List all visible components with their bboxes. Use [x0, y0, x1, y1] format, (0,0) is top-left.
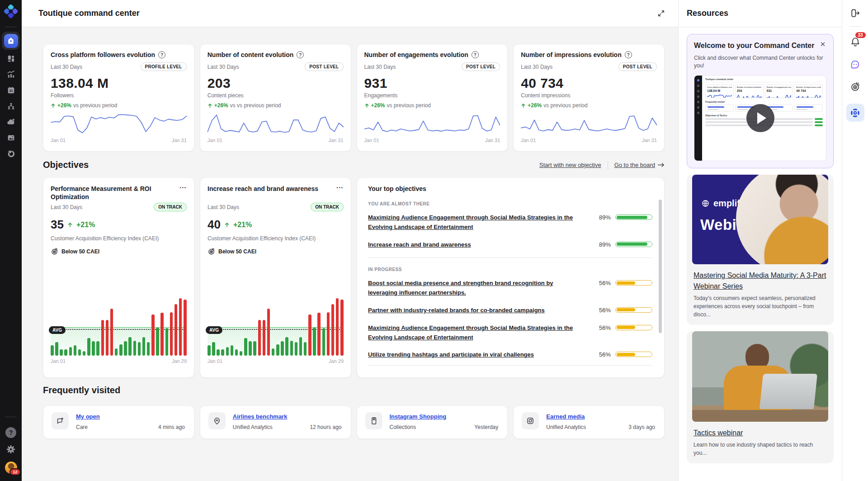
sparkline-chart: [51, 112, 187, 136]
help-circle-icon[interactable]: [472, 51, 479, 58]
play-icon[interactable]: [746, 104, 774, 132]
webinar-photo: [692, 331, 828, 422]
objective-link[interactable]: Maximizing Audience Engagement through S…: [368, 324, 594, 343]
sidebar-bottom: ? 12: [5, 414, 17, 474]
bar: [299, 337, 302, 356]
bar: [221, 349, 224, 356]
community-icon: [7, 102, 15, 110]
objective-target: Below 50 CAEI: [218, 248, 256, 255]
objective-link[interactable]: Boost social media presence and strength…: [368, 279, 594, 298]
scrollbar-thumb[interactable]: [659, 200, 662, 333]
webinar-link[interactable]: Mastering Social Media Maturity: A 3-Par…: [693, 270, 827, 291]
kpi-delta: +26%: [371, 102, 385, 109]
visited-time: 4 mins ago: [158, 424, 185, 430]
go-to-board-link[interactable]: Go to the board: [614, 162, 665, 168]
progress-bar: [615, 325, 652, 330]
bar: [281, 341, 284, 356]
bar: [133, 341, 137, 356]
bar: [179, 298, 182, 356]
kpi-period: Last 30 Days: [521, 64, 552, 70]
bar: [226, 347, 229, 356]
progress-percent: 56%: [594, 307, 611, 314]
welcome-video-thumbnail[interactable]: Toutique command center Cross platform f…: [694, 75, 826, 161]
bar: [175, 304, 178, 356]
bar: [106, 320, 109, 356]
sparkline-chart: [364, 112, 500, 136]
visited-link[interactable]: My open: [76, 413, 100, 420]
objective-link[interactable]: Utilize trending hashtags and participat…: [368, 350, 594, 360]
social-care-icon: [7, 149, 15, 158]
link-divider: [608, 161, 608, 169]
bar: [217, 349, 220, 356]
bar: [115, 348, 118, 356]
help-circle-icon[interactable]: [158, 51, 165, 58]
axis-end: Jan 31: [485, 138, 500, 143]
visited-link[interactable]: Instagram Shopping: [390, 413, 447, 420]
bar: [295, 342, 298, 356]
left-sidebar: 31 ? 12: [0, 0, 22, 481]
bar: [119, 344, 123, 356]
objective-link[interactable]: Partner with industry-related brands for…: [368, 306, 594, 315]
bar: [124, 341, 127, 356]
bar: [151, 314, 155, 356]
bar: [92, 341, 95, 356]
sidebar-item-analytics[interactable]: [2, 67, 20, 82]
bar: [313, 328, 316, 356]
objectives-target-icon[interactable]: [850, 81, 860, 92]
objective-list-item: Maximizing Audience Engagement through S…: [368, 324, 652, 343]
progress-bar: [615, 307, 652, 313]
sidebar-item-calendar[interactable]: 31: [2, 82, 20, 98]
panel-collapse-icon[interactable]: [850, 8, 860, 18]
sidebar-item-media[interactable]: [2, 130, 20, 146]
webinar-description: Learn how to use industry shaped tactics…: [693, 441, 827, 457]
care-inbox-icon: [56, 416, 65, 425]
resources-title: Resources: [679, 0, 842, 27]
bar: [308, 314, 311, 356]
user-avatar[interactable]: 12: [5, 462, 17, 474]
help-circle-icon[interactable]: [625, 51, 632, 58]
webinar-card-maturity: emplifi Webinar Mastering Social Media M…: [687, 175, 834, 324]
visited-time: 3 days ago: [628, 424, 655, 430]
welcome-card: Welcome to your Command Center Click and…: [687, 34, 834, 168]
welcome-heading: Welcome to your Command Center: [694, 41, 815, 51]
sidebar-item-dashboards[interactable]: [2, 51, 20, 67]
target-icon: [51, 248, 58, 255]
objective-link[interactable]: Maximizing Audience Engagement through S…: [368, 213, 594, 232]
emplifi-logo[interactable]: [4, 5, 18, 18]
visited-card-instagram-shopping[interactable]: Instagram Shopping CollectionsYesterday: [357, 405, 508, 439]
sidebar-item-care[interactable]: [2, 146, 20, 162]
bar: [64, 349, 67, 356]
axis-start: Jan 01: [51, 138, 66, 143]
close-icon[interactable]: [819, 41, 826, 48]
visited-card-earned-media[interactable]: Earned media Unified Analytics3 days ago: [513, 405, 665, 439]
gear-icon[interactable]: [6, 444, 16, 454]
objective-link[interactable]: Increase reach and brand awareness: [368, 240, 594, 250]
visited-card-airlines-benchmark[interactable]: Airlines benchmark Unified Analytics12 h…: [200, 405, 351, 439]
ellipsis-icon[interactable]: [180, 185, 187, 201]
assistant-chat-icon[interactable]: [850, 59, 860, 70]
ellipsis-icon[interactable]: [337, 185, 344, 201]
webinar-link[interactable]: Tactics webinar: [693, 428, 827, 438]
sidebar-item-home[interactable]: [2, 32, 20, 50]
start-new-objective-link[interactable]: Start with new objective: [539, 162, 601, 168]
bar: [340, 300, 344, 356]
bar: [110, 309, 113, 356]
visited-link[interactable]: Earned media: [546, 413, 585, 420]
bar: [83, 351, 86, 356]
bar: [285, 337, 288, 356]
objective-list-item: Partner with industry-related brands for…: [368, 306, 652, 315]
objective-list-item: Increase reach and brand awareness 89%: [368, 240, 652, 250]
expand-icon[interactable]: [657, 9, 665, 18]
help-circle-icon[interactable]: [297, 51, 304, 58]
visited-link[interactable]: Airlines benchmark: [233, 413, 288, 420]
status-badge: ON TRACK: [311, 203, 344, 211]
command-center-icon[interactable]: [846, 104, 864, 122]
bar: [74, 345, 77, 356]
help-icon[interactable]: ?: [5, 427, 16, 438]
sidebar-item-publish[interactable]: [2, 114, 20, 130]
sidebar-item-community[interactable]: [2, 98, 20, 114]
axis-end: Jan 31: [172, 138, 187, 143]
visited-card-my-open[interactable]: My open Care4 mins ago: [43, 405, 194, 439]
sparkline-chart: [521, 112, 657, 136]
notifications-bell-icon[interactable]: 33: [850, 37, 861, 48]
